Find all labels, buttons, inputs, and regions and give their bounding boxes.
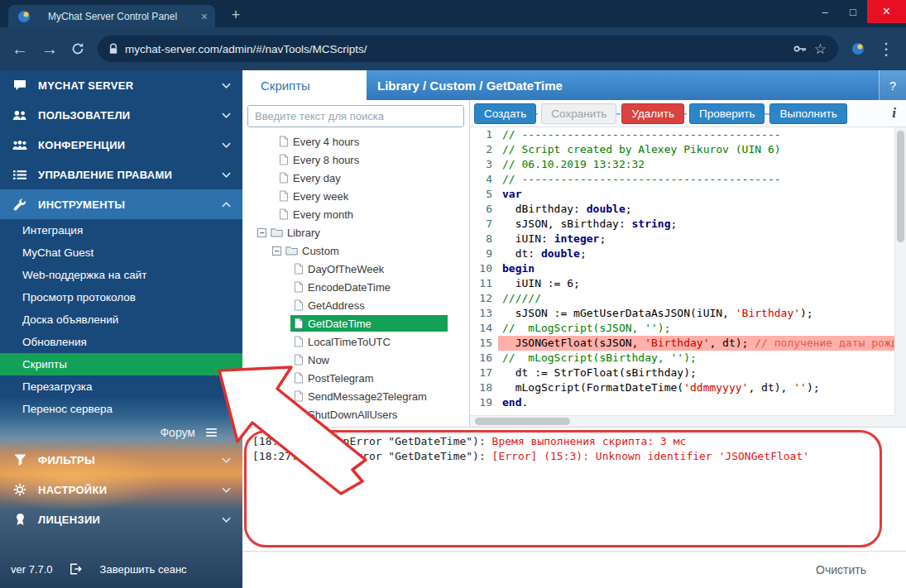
sidebar-subitem[interactable]: Web-поддержка на сайт (0, 264, 242, 286)
code-editor[interactable]: 1// ------------------------------------… (470, 127, 894, 415)
tree-item[interactable]: DayOfTheWeek (242, 260, 469, 278)
run-button[interactable]: Выполнить (769, 103, 846, 124)
new-tab-button[interactable]: + (225, 5, 247, 25)
hamburger-icon[interactable] (203, 428, 219, 437)
sidebar-item[interactable]: ПОЛЬЗОВАТЕЛИ (0, 100, 242, 130)
info-icon[interactable]: i (892, 105, 896, 122)
sidebar-top-items: MYCHAT SERVERПОЛЬЗОВАТЕЛИКОНФЕРЕНЦИИУПРА… (0, 70, 242, 219)
vertical-scrollbar-thumb[interactable] (897, 131, 904, 242)
sidebar-item[interactable]: ИНСТРУМЕНТЫ (0, 189, 242, 219)
code-line: 15 JSONGetFloat(sJSON, 'Birthday', dt); … (470, 336, 894, 351)
address-bar[interactable]: mychat-server.com/admin/#/navTools/MCScr… (98, 36, 838, 62)
sidebar-item[interactable]: MYCHAT SERVER (0, 70, 242, 100)
sidebar-subitem-label: Обновления (22, 336, 87, 348)
logout-label: Завершить сеанс (100, 563, 187, 576)
url-text[interactable]: mychat-server.com/admin/#/navTools/MCScr… (125, 43, 786, 55)
tree-item[interactable]: GetAddress (242, 296, 469, 314)
chevron-down-icon (222, 172, 231, 178)
check-button[interactable]: Проверить (689, 103, 765, 124)
tab-scripts[interactable]: Скрипты (242, 70, 367, 100)
tree-item[interactable]: PostTelegram (242, 369, 469, 387)
sidebar-subitem[interactable]: Перенос сервера (0, 398, 242, 420)
tree-item[interactable]: Every 8 hours (242, 151, 469, 169)
tree-item[interactable]: Every day (242, 169, 469, 187)
tree-item[interactable]: Every 4 hours (242, 132, 469, 151)
delete-button[interactable]: Удалить (621, 103, 684, 124)
bottom-bar: Очистить (242, 551, 906, 588)
sidebar-item[interactable]: ФИЛЬТРЫ (0, 445, 242, 475)
forward-button[interactable]: → (41, 41, 58, 57)
content-area: Every 4 hoursEvery 8 hoursEvery dayEvery… (242, 100, 906, 427)
create-button[interactable]: Создать (474, 103, 536, 124)
clear-log-button[interactable]: Очистить (784, 563, 866, 576)
horizontal-scrollbar-thumb[interactable] (475, 418, 570, 425)
browser-menu-icon[interactable]: ⋮ (878, 41, 894, 57)
logout-icon (68, 563, 84, 575)
tree-item-label: SendMessage2Telegram (308, 390, 427, 403)
file-icon (279, 190, 289, 202)
sidebar-item[interactable]: ЛИЦЕНЗИИ (0, 504, 242, 534)
tree-item[interactable]: GetDateTime (242, 314, 469, 332)
minimize-button[interactable]: – (811, 0, 839, 23)
browser-tab[interactable]: MyChat Server Control Panel × (8, 5, 215, 27)
tree-item-label: Every 4 hours (293, 136, 359, 148)
script-tree-panel: Every 4 hoursEvery 8 hoursEvery dayEvery… (242, 100, 470, 427)
trash-icon (784, 564, 800, 576)
sidebar-item[interactable]: УПРАВЛЕНИЕ ПРАВАМИ (0, 160, 242, 189)
bookmark-star-icon[interactable]: ☆ (814, 41, 827, 58)
tree-item[interactable]: SendMessage2Telegram (242, 387, 469, 405)
log-line: [18:27:42] (RunError "GetDateTime"): [Er… (252, 449, 873, 464)
tree-item[interactable]: −Custom (242, 241, 469, 260)
tree-expander[interactable]: − (257, 228, 266, 237)
horizontal-scrollbar[interactable] (470, 415, 894, 427)
extension-icon[interactable] (851, 42, 865, 55)
tree-item[interactable]: LocalTimeToUTC (242, 332, 469, 351)
log-panel: [18:27:42] (RunError "GetDateTime"): Вре… (242, 427, 906, 551)
sidebar-subitem[interactable]: Интеграция (0, 219, 242, 241)
save-button[interactable]: Сохранить (541, 103, 616, 124)
sidebar-tools-submenu: ИнтеграцияMyChat GuestWeb-поддержка на с… (0, 219, 242, 420)
tree-expander[interactable]: − (272, 246, 281, 256)
search-input[interactable] (248, 106, 463, 127)
chevron-up-icon (222, 202, 231, 208)
help-button[interactable]: ? (879, 70, 906, 100)
vertical-scrollbar[interactable] (894, 127, 906, 415)
license-icon (12, 513, 28, 526)
tab-strip: MyChat Server Control Panel × + – □ × (0, 0, 906, 27)
code-line: 9 dt: double; (470, 246, 894, 261)
sidebar-subitem[interactable]: Просмотр протоколов (0, 286, 242, 308)
tree-item[interactable]: Every week (242, 187, 469, 205)
tree-item[interactable]: −Library (242, 223, 469, 241)
sidebar-subitem[interactable]: Обновления (0, 331, 242, 353)
sidebar-subitem[interactable]: MyChat Guest (0, 241, 242, 264)
sidebar-item-label: ЛИЦЕНЗИИ (38, 514, 222, 526)
sidebar-item[interactable]: КОНФЕРЕНЦИИ (0, 130, 242, 160)
tree-item-label: ShutDownAllUsers (308, 409, 397, 421)
code-line: 10begin (470, 261, 894, 276)
code-line: 17 dt := StrToFloat(sBirthday); (470, 366, 894, 380)
sidebar-subitem[interactable]: Скрипты (0, 353, 242, 375)
reload-button[interactable] (71, 42, 84, 55)
code-line: 14// mLogScript(sJSON, ''); (470, 321, 894, 336)
sidebar-subitem[interactable]: Перезагрузка (0, 375, 242, 398)
file-icon (294, 299, 304, 311)
tree-item[interactable]: EncodeDateTime (242, 278, 469, 296)
sidebar-item[interactable]: НАСТРОЙКИ (0, 475, 242, 504)
close-window-button[interactable]: × (867, 0, 906, 23)
key-icon[interactable] (793, 45, 807, 53)
sidebar-subitem[interactable]: Доска объявлений (0, 308, 242, 331)
logout-button[interactable]: Завершить сеанс (68, 563, 187, 576)
tree-item-label: Now (308, 354, 329, 366)
code-line: 7 sJSON, sBirthday: string; (470, 217, 894, 232)
tree-item[interactable]: Every month (242, 205, 469, 223)
back-button[interactable]: ← (12, 41, 28, 57)
search-box (247, 105, 464, 127)
sidebar-subitem-label: Скрипты (22, 358, 67, 370)
tree-item[interactable]: ShutDownAllUsers (242, 405, 469, 423)
tab-close-icon[interactable]: × (201, 11, 208, 22)
file-icon (294, 263, 304, 275)
forum-link[interactable]: Форум (0, 420, 242, 445)
tree-item[interactable]: Now (242, 351, 469, 369)
code-line: 18 mLogScript(FormatDateTime('ddmmyyyy',… (470, 380, 894, 395)
maximize-button[interactable]: □ (839, 0, 867, 23)
